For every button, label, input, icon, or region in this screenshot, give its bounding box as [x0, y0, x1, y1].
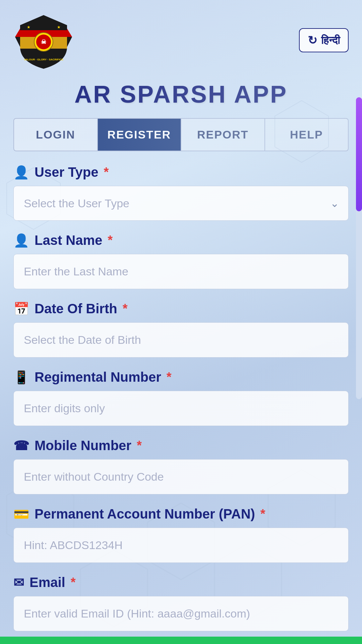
email-section: ✉ Email *: [13, 575, 349, 631]
last-name-label: 👤 Last Name *: [13, 233, 349, 248]
hindi-label: हिन्दी: [321, 34, 340, 47]
header: ☠ VALOUR · GLORY · SACRIFICE ★ ★ ↻ हिन्द…: [0, 0, 362, 77]
user-type-label: 👤 User Type *: [13, 165, 349, 180]
email-input[interactable]: [13, 596, 349, 631]
required-indicator: *: [260, 507, 265, 521]
scrollbar-thumb[interactable]: [356, 97, 362, 211]
svg-text:☠: ☠: [41, 39, 46, 45]
register-form: 👤 User Type * Select the User Type ⌄ 👤 L…: [13, 165, 349, 631]
mobile-number-input[interactable]: [13, 459, 349, 494]
svg-text:★: ★: [27, 25, 31, 30]
tab-help[interactable]: HELP: [265, 119, 348, 151]
pan-label: 💳 Permanent Account Number (PAN) *: [13, 506, 349, 522]
scrollbar-track: [356, 97, 362, 399]
device-icon: 📱: [13, 370, 29, 385]
nav-tabs: LOGIN REGISTER REPORT HELP: [13, 118, 349, 151]
required-indicator: *: [71, 575, 76, 590]
regimental-number-label: 📱 Regimental Number *: [13, 370, 349, 385]
last-name-input[interactable]: [13, 254, 349, 289]
dob-input[interactable]: [13, 322, 349, 358]
required-indicator: *: [167, 370, 172, 384]
pan-section: 💳 Permanent Account Number (PAN) *: [13, 506, 349, 563]
user-type-select-wrapper: Select the User Type ⌄: [13, 186, 349, 221]
hindi-language-button[interactable]: ↻ हिन्दी: [299, 28, 349, 52]
pan-input[interactable]: [13, 528, 349, 563]
card-icon: 💳: [13, 507, 29, 522]
email-icon: ✉: [13, 575, 24, 590]
svg-text:VALOUR · GLORY · SACRIFICE: VALOUR · GLORY · SACRIFICE: [24, 58, 63, 61]
tab-register[interactable]: REGISTER: [98, 119, 182, 151]
svg-text:★: ★: [57, 25, 61, 30]
required-indicator: *: [108, 233, 113, 248]
bottom-navigation-bar: [0, 637, 362, 644]
regimental-number-section: 📱 Regimental Number *: [13, 370, 349, 426]
last-name-section: 👤 Last Name *: [13, 233, 349, 289]
required-indicator: *: [137, 438, 142, 453]
calendar-icon: 📅: [13, 302, 29, 316]
required-indicator: *: [104, 165, 109, 179]
user-type-section: 👤 User Type * Select the User Type ⌄: [13, 165, 349, 221]
dob-label: 📅 Date Of Birth *: [13, 301, 349, 316]
mobile-number-label: ☎ Mobile Number *: [13, 438, 349, 453]
dob-section: 📅 Date Of Birth *: [13, 301, 349, 358]
person-icon: 👤: [13, 165, 29, 180]
mobile-number-section: ☎ Mobile Number *: [13, 438, 349, 494]
tab-report[interactable]: REPORT: [181, 119, 265, 151]
regimental-number-input[interactable]: [13, 391, 349, 426]
person-icon: 👤: [13, 233, 29, 248]
email-label: ✉ Email *: [13, 575, 349, 590]
tab-login[interactable]: LOGIN: [14, 119, 98, 151]
logo: ☠ VALOUR · GLORY · SACRIFICE ★ ★: [13, 10, 74, 70]
app-title: AR SPARSH APP: [0, 77, 362, 118]
phone-icon: ☎: [13, 438, 29, 453]
refresh-icon: ↻: [308, 34, 317, 47]
user-type-select[interactable]: Select the User Type: [13, 186, 349, 221]
required-indicator: *: [123, 302, 128, 316]
